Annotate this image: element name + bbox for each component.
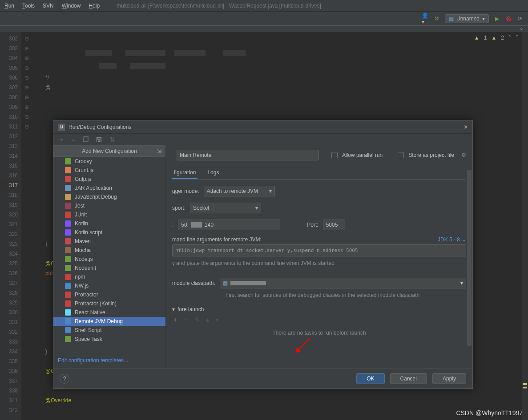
config-type-label: Protractor <box>75 292 98 298</box>
menu-run[interactable]: Run <box>4 3 14 9</box>
run-config-selector[interactable]: ▦ Unnamed ▾ <box>445 14 489 23</box>
close-icon[interactable]: ✕ <box>464 124 468 130</box>
folder-icon: ▦ <box>449 16 454 22</box>
before-launch-header[interactable]: ▾ fore launch <box>172 306 466 312</box>
redacted-text <box>191 222 202 228</box>
module-classpath-select[interactable]: ▦ ▾ <box>220 278 466 288</box>
config-type-item[interactable]: Protractor <box>53 290 165 299</box>
copy-config-icon[interactable]: ❐ <box>83 136 89 144</box>
host-input[interactable]: 50. 140 <box>178 220 280 230</box>
config-type-icon <box>65 274 71 280</box>
config-type-icon <box>65 220 71 227</box>
menu-window[interactable]: Window <box>62 3 81 9</box>
config-toolbar: ＋ − ❐ 🖫 ⇅ <box>53 134 472 145</box>
run-config-label: Unnamed <box>456 16 480 22</box>
remove-config-icon[interactable]: − <box>72 136 76 144</box>
config-type-label: Nodeunit <box>75 265 96 271</box>
config-type-icon <box>65 327 71 333</box>
config-type-item[interactable]: JUnit <box>53 210 165 219</box>
config-type-label: NW.js <box>75 283 89 289</box>
edit-task-icon[interactable]: ✎ <box>194 316 200 324</box>
config-type-item[interactable]: Remote JVM Debug <box>53 317 165 326</box>
config-type-item[interactable]: Node.js <box>53 255 165 264</box>
chevron-down-icon: ▾ <box>482 16 485 22</box>
config-type-icon <box>65 194 71 200</box>
add-task-icon[interactable]: ＋ <box>172 316 178 324</box>
config-type-item[interactable]: Kotlin <box>53 219 165 228</box>
config-type-item[interactable]: Grunt.js <box>53 166 165 175</box>
run-icon[interactable]: ▶ <box>493 15 500 22</box>
config-type-item[interactable]: Maven <box>53 237 165 246</box>
chevron-up-icon[interactable]: ˄ <box>508 35 511 41</box>
store-project-checkbox[interactable] <box>398 152 404 158</box>
tab-logs[interactable]: Logs <box>206 167 221 179</box>
tab-configuration[interactable]: figuration <box>172 167 197 179</box>
config-type-list[interactable]: GroovyGrunt.jsGulp.jsJAR ApplicationJava… <box>53 157 165 353</box>
editor-right-strip <box>522 32 528 420</box>
config-type-icon <box>65 158 71 164</box>
config-type-item[interactable]: React Native <box>53 308 165 317</box>
add-config-icon[interactable]: ＋ <box>58 136 64 144</box>
menubar: Run Tools SVN Window Help multcloud-all … <box>0 0 528 12</box>
code-comment: */ <box>45 75 49 81</box>
cancel-button[interactable]: Cancel <box>390 373 427 384</box>
hammer-icon[interactable]: ⚒ <box>433 15 440 22</box>
menu-help[interactable]: Help <box>89 3 100 9</box>
config-type-label: Kotlin <box>75 220 88 227</box>
user-icon[interactable]: 👤▾ <box>422 15 429 22</box>
chevron-down-icon[interactable]: ˅ <box>516 35 518 41</box>
help-button[interactable]: ? <box>60 374 69 384</box>
config-type-item[interactable]: Gulp.js <box>53 175 165 184</box>
chevron-down-icon: ▾ <box>269 188 272 194</box>
apply-button[interactable]: Apply <box>432 373 466 384</box>
config-type-item[interactable]: Nodeunit <box>53 264 165 272</box>
config-type-icon <box>65 300 71 307</box>
cmd-args-field[interactable]: ntlib:jdwp=transport=dt_socket,server=y,… <box>172 244 466 256</box>
editor-tabs: ⌄ <box>0 26 528 32</box>
config-type-item[interactable]: Groovy <box>53 157 165 166</box>
debugger-mode-select[interactable]: Attach to remote JVM▾ <box>204 186 275 196</box>
remove-task-icon[interactable]: − <box>185 316 188 324</box>
dialog-titlebar: IJ Run/Debug Configurations ✕ <box>53 120 472 134</box>
module-icon: ▦ <box>223 280 228 286</box>
config-type-item[interactable]: NW.js <box>53 281 165 290</box>
warning-icon[interactable]: ▲ <box>474 35 480 41</box>
debug-icon[interactable]: 🐞 <box>505 15 512 22</box>
config-type-icon <box>65 292 71 298</box>
save-config-icon[interactable]: 🖫 <box>96 136 102 144</box>
config-type-item[interactable]: npm <box>53 272 165 281</box>
config-type-label: Mocha <box>75 247 91 253</box>
tabs-chevron-icon[interactable]: ⌄ <box>519 25 524 31</box>
config-type-item[interactable]: Jest <box>53 201 165 210</box>
warn2-count: 2 <box>501 35 504 41</box>
coverage-icon[interactable]: ⟳ <box>516 15 524 22</box>
scrollbar[interactable] <box>467 170 472 346</box>
pin-icon[interactable]: ⇲ <box>157 148 161 154</box>
port-input[interactable] <box>323 220 345 230</box>
config-type-item[interactable]: Shell Script <box>53 326 165 335</box>
edit-templates-link[interactable]: Edit configuration templates... <box>53 353 165 368</box>
cmd-args-label: mand line arguments for remote JVM: <box>172 236 262 243</box>
menu-tools[interactable]: Tools <box>22 3 35 9</box>
allow-parallel-checkbox[interactable] <box>331 152 338 158</box>
config-type-item[interactable]: Mocha <box>53 246 165 255</box>
config-type-item[interactable]: JavaScript Debug <box>53 192 165 201</box>
config-name-input[interactable] <box>177 150 319 160</box>
before-launch-toolbar: ＋ − ✎ ▴ ▾ <box>172 316 466 324</box>
config-type-label: Shell Script <box>75 327 102 333</box>
gear-icon[interactable]: ⚙ <box>461 152 466 158</box>
jdk-version-link[interactable]: JDK 5 - 8 ⌄ <box>438 236 466 243</box>
watermark: CSDN @WhynoTT1997 <box>456 409 523 416</box>
config-type-item[interactable]: Space Task <box>53 335 165 344</box>
config-type-item[interactable]: JAR Application <box>53 184 165 192</box>
move-up-icon[interactable]: ▴ <box>206 316 209 324</box>
transport-select[interactable]: Socket▾ <box>190 203 261 213</box>
config-type-item[interactable]: Protractor (Kotlin) <box>53 299 165 308</box>
config-type-item[interactable]: Kotlin script <box>53 228 165 237</box>
ok-button[interactable]: OK <box>356 373 384 384</box>
sort-config-icon[interactable]: ⇅ <box>109 136 115 144</box>
add-new-configuration[interactable]: Add New Configuration ⇲ <box>53 145 165 157</box>
warning-icon-2[interactable]: ▲ <box>491 35 496 41</box>
move-down-icon[interactable]: ▾ <box>215 316 218 324</box>
menu-svn[interactable]: SVN <box>43 3 54 9</box>
